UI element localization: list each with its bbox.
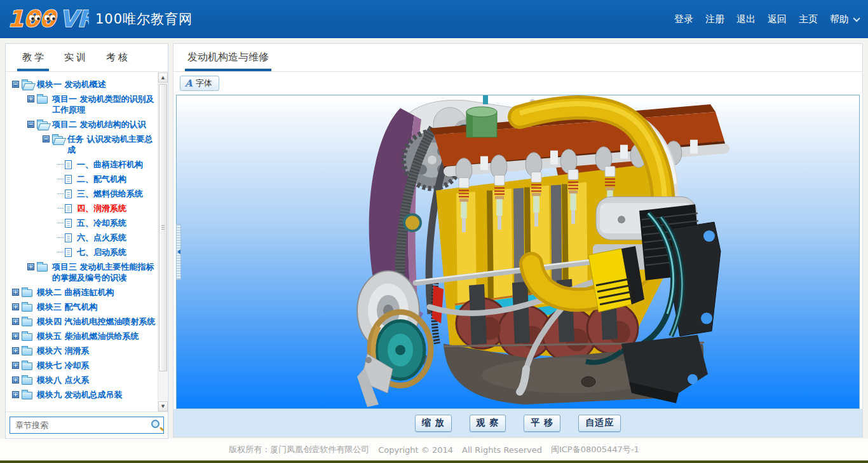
lesson-tab-bar: 发动机构造与维修 [173,44,862,72]
tree-item-label[interactable]: 三、燃料供给系统 [77,188,143,199]
course-sidebar: 教学实训考核 −模块一 发动机概述+项目一 发动机类型的识别及工作原理−项目二 … [5,43,168,439]
site-logo[interactable]: 100 VR 100唯尔教育网 [8,4,193,34]
tree-item[interactable]: 七、启动系统 [6,245,156,259]
tree-item-label[interactable]: 七、启动系统 [77,247,126,258]
tree-item[interactable]: −模块一 发动机概述 [6,77,156,92]
folder-open-icon [22,81,32,89]
tree-item[interactable]: +模块二 曲柄连缸机构 [6,285,156,300]
viewer-control-button-0[interactable]: 缩 放 [415,415,452,432]
tree-item-label[interactable]: 模块六 润滑系 [37,345,90,356]
tree-item-label[interactable]: 模块一 发动机概述 [37,79,106,90]
tree-item-label[interactable]: 六、点火系统 [77,232,126,243]
engine-3d-viewer[interactable] [176,95,860,409]
viewer-control-button-1[interactable]: 观 察 [470,415,506,432]
sidebar-tab-1[interactable]: 实训 [55,44,97,71]
scroll-down-icon[interactable]: ▼ [158,401,168,411]
expand-icon[interactable]: + [12,289,19,296]
tree-item[interactable]: −任务 认识发动机主要总成 [6,132,156,157]
document-icon [65,248,72,257]
tree-item[interactable]: +模块三 配气机构 [6,300,156,314]
tree-item[interactable]: +模块六 润滑系 [6,343,156,358]
logo-100vr-icon: 100 VR [8,4,89,34]
folder-closed-icon [22,289,32,297]
tree-item[interactable]: 四、润滑系统 [6,201,156,216]
lesson-tab-active[interactable]: 发动机构造与维修 [185,44,271,71]
tree-item-label[interactable]: 四、润滑系统 [77,203,126,214]
tree-item[interactable]: +模块四 汽油机电控燃油喷射系统 [6,314,156,329]
folder-closed-icon [22,304,32,312]
document-icon [65,190,72,198]
folder-closed-icon [22,348,32,356]
tree-item-label[interactable]: 模块八 点火系 [37,375,90,385]
header-link-2[interactable]: 退出 [736,13,756,25]
sidebar-tabs: 教学实训考核 [6,44,168,72]
collapse-icon[interactable]: − [43,135,50,142]
chapter-search-input[interactable] [10,417,164,434]
font-button-label: 字体 [196,78,212,89]
tree-item[interactable]: +模块九 发动机总成吊装 [6,387,156,402]
expand-icon[interactable]: + [12,333,19,340]
tree-item-label[interactable]: 五、冷却系统 [77,218,126,228]
expand-icon[interactable]: + [12,377,19,384]
tree-item-label[interactable]: 模块五 柴油机燃油供给系统 [37,331,139,342]
scrollbar-thumb[interactable] [159,84,167,371]
expand-icon[interactable]: + [12,391,19,398]
lesson-panel: 发动机构造与维修 A 字体 [173,43,863,438]
tree-item[interactable]: 六、点火系统 [6,230,156,245]
expand-icon[interactable]: + [12,303,19,310]
sidebar-tab-0[interactable]: 教学 [13,44,55,71]
tree-item[interactable]: 二、配气机构 [6,172,156,186]
tree-connector [58,208,64,209]
tree-item-label[interactable]: 项目三 发动机主要性能指标的掌握及编号的识读 [52,261,156,283]
expand-icon[interactable]: + [12,318,19,325]
tree-item[interactable]: 一、曲柄连杆机构 [6,157,156,172]
tree-item[interactable]: +项目三 发动机主要性能指标的掌握及编号的识读 [6,259,156,285]
tree-item[interactable]: +模块八 点火系 [6,373,156,387]
expand-icon[interactable]: + [12,347,19,354]
tree-item[interactable]: 三、燃料供给系统 [6,186,156,201]
tree-item[interactable]: +项目一 发动机类型的识别及工作原理 [6,92,156,117]
search-magnifier-icon[interactable] [151,420,159,428]
viewer-toolbar: A 字体 [173,72,862,95]
tree-item[interactable]: −项目二 发动机结构的认识 [6,117,156,132]
document-icon [65,175,72,184]
header-nav: 登录注册退出返回主页帮助 [674,0,858,38]
viewer-control-button-3[interactable]: 自适应 [578,415,621,432]
tree-scrollbar[interactable]: ▲ ▼ [158,73,167,411]
tree-item[interactable]: 五、冷却系统 [6,216,156,230]
viewer-control-button-2[interactable]: 平 移 [524,415,560,432]
collapse-icon[interactable]: − [27,121,34,128]
tree-item-label[interactable]: 模块七 冷却系 [37,360,90,371]
tree-item-label[interactable]: 二、配气机构 [77,174,126,184]
header-link-1[interactable]: 注册 [705,13,724,25]
tree-item-label[interactable]: 模块三 配气机构 [37,301,98,312]
header-link-5[interactable]: 帮助 [830,13,858,25]
folder-closed-icon [22,377,32,385]
document-icon [65,160,72,169]
header-link-0[interactable]: 登录 [674,13,693,25]
tree-item-label[interactable]: 模块九 发动机总成吊装 [37,389,123,400]
sidebar-tab-2[interactable]: 考核 [97,44,139,71]
tree-item-label[interactable]: 模块四 汽油机电控燃油喷射系统 [37,316,156,327]
expand-icon[interactable]: + [27,263,34,270]
folder-closed-icon [22,363,32,370]
header-link-3[interactable]: 返回 [768,13,787,25]
document-icon [65,204,72,213]
folder-open-icon [37,121,48,129]
tree-item-label[interactable]: 一、曲柄连杆机构 [77,159,143,170]
chevron-down-icon[interactable] [853,15,860,22]
expand-icon[interactable]: + [12,362,19,369]
scroll-up-icon[interactable]: ▲ [158,73,168,83]
tree-item[interactable]: +模块五 柴油机燃油供给系统 [6,329,156,343]
tree-item-label[interactable]: 任务 认识发动机主要总成 [67,134,156,155]
tree-item-label[interactable]: 项目一 发动机类型的识别及工作原理 [52,93,156,115]
collapse-icon[interactable]: − [12,81,19,88]
font-button[interactable]: A 字体 [180,76,219,91]
expand-icon[interactable]: + [27,95,34,102]
tree-item[interactable]: +模块七 冷却系 [6,358,156,373]
tree-item-label[interactable]: 模块二 曲柄连缸机构 [37,287,114,298]
tree-connector [58,252,64,252]
site-title: 100唯尔教育网 [95,10,193,28]
header-link-4[interactable]: 主页 [799,13,818,25]
tree-item-label[interactable]: 项目二 发动机结构的认识 [52,119,146,130]
